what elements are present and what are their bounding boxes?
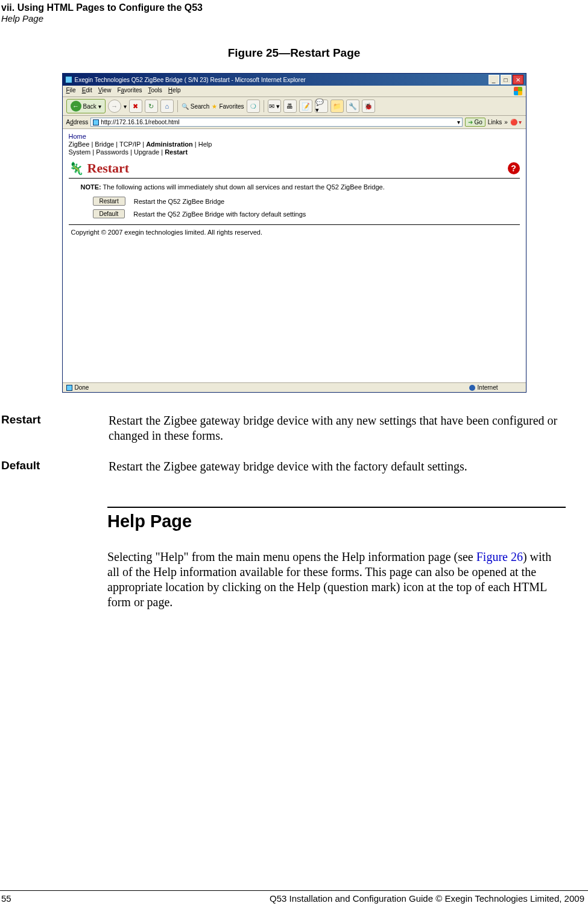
menu-help[interactable]: Help (168, 87, 181, 95)
status-page-icon (66, 385, 72, 391)
note-text: NOTE: The following actions will immedia… (81, 183, 520, 191)
page-number: 55 (1, 893, 11, 904)
go-button[interactable]: ➜Go (465, 118, 485, 127)
restart-desc: Restart the Q52 ZigBee Bridge (134, 198, 224, 205)
tool-button-1[interactable]: 🔧 (346, 100, 359, 113)
ie-window: Exegin Technologies Q52 ZigBee Bridge ( … (62, 73, 526, 393)
page-title: Restart (87, 160, 130, 176)
nav-tcpip[interactable]: TCP/IP (119, 141, 141, 148)
globe-icon (469, 385, 475, 391)
figure-caption: Figure 25—Restart Page (0, 46, 588, 60)
nav-admin[interactable]: Administration (146, 141, 193, 148)
tool-button-2[interactable]: 🐞 (362, 100, 375, 113)
section-title: Help Page (107, 511, 566, 531)
definition-list: Restart Restart the Zigbee gateway bridg… (1, 413, 587, 474)
close-button[interactable]: ✕ (513, 75, 523, 84)
menu-view[interactable]: View (98, 87, 112, 95)
gecko-logo-icon: 🦎 (69, 161, 84, 176)
nav-passwords[interactable]: Passwords (96, 148, 128, 156)
menu-file[interactable]: File (66, 87, 76, 95)
address-input[interactable]: http://172.16.16.1/reboot.html ▾ (90, 118, 463, 127)
page-copyright: Copyright © 2007 exegin technologies lim… (71, 229, 520, 236)
links-label[interactable]: Links (488, 119, 502, 125)
menu-favorites[interactable]: Favorites (117, 87, 142, 95)
nav-help[interactable]: Help (198, 141, 212, 148)
nav-row-2: System | Passwords | Upgrade | Restart (69, 148, 520, 156)
default-desc: Restart the Q52 ZigBee Bridge with facto… (133, 211, 306, 218)
page-icon (93, 119, 99, 125)
links-chevron-icon[interactable]: » (504, 119, 508, 125)
def-term-restart: Restart (1, 413, 109, 443)
nav-system[interactable]: System (69, 148, 91, 156)
help-page-section: Help Page Selecting "Help" from the main… (107, 507, 566, 610)
window-title: Exegin Technologies Q52 ZigBee Bridge ( … (75, 77, 306, 83)
content-separator (69, 224, 520, 225)
default-button[interactable]: Default (93, 209, 125, 218)
addon-icon[interactable]: 🔴 ▾ (510, 119, 522, 125)
figure-26-link[interactable]: Figure 26 (476, 550, 523, 563)
folder-button[interactable]: 📁 (330, 100, 344, 113)
forward-button[interactable]: → (108, 100, 121, 113)
address-label: Address (66, 119, 89, 125)
url-text: http://172.16.16.1/reboot.html (101, 119, 180, 125)
search-button[interactable]: 🔍Search (182, 103, 210, 110)
favorites-button[interactable]: ★Favorites (212, 103, 244, 110)
help-icon[interactable]: ? (508, 162, 520, 174)
status-bar: Done Internet (63, 382, 526, 392)
nav-home-link[interactable]: Home (69, 133, 520, 140)
menu-tools[interactable]: Tools (148, 87, 162, 95)
menu-edit[interactable]: Edit (82, 87, 92, 95)
menubar: File Edit View Favorites Tools Help (63, 86, 526, 97)
titlebar: Exegin Technologies Q52 ZigBee Bridge ( … (63, 74, 526, 86)
nav-zigbee[interactable]: ZigBee (69, 141, 90, 148)
nav-upgrade[interactable]: Upgrade (134, 148, 159, 156)
nav-restart[interactable]: Restart (165, 148, 188, 156)
toolbar: ←Back ▾ → ▾ ✖ ↻ ⌂ 🔍Search ★Favorites ❍ ✉… (63, 97, 526, 116)
footer-text: Q53 Installation and Configuration Guide… (270, 893, 584, 904)
nav-row-1: ZigBee | Bridge | TCP/IP | Administratio… (69, 141, 520, 148)
edit-button[interactable]: 📝 (299, 100, 312, 113)
stop-button[interactable]: ✖ (129, 100, 142, 113)
maximize-button[interactable]: □ (501, 75, 511, 84)
minimize-button[interactable]: _ (488, 75, 499, 84)
def-desc-default: Restart the Zigbee gateway bridge device… (109, 459, 587, 474)
running-header-chapter: vii. Using HTML Pages to Configure the Q… (0, 0, 588, 13)
nav-bridge[interactable]: Bridge (95, 141, 114, 148)
status-done: Done (75, 384, 89, 391)
print-button[interactable]: 🖶 (283, 100, 297, 113)
refresh-button[interactable]: ↻ (145, 100, 158, 113)
back-button[interactable]: ←Back ▾ (66, 99, 106, 113)
mail-button[interactable]: ✉ ▾ (268, 100, 281, 113)
def-desc-restart: Restart the Zigbee gateway bridge device… (109, 413, 587, 443)
section-rule (107, 507, 566, 508)
running-header-section: Help Page (0, 13, 588, 24)
discuss-button[interactable]: 💬 ▾ (315, 100, 328, 113)
windows-logo-icon (514, 87, 522, 95)
history-button[interactable]: ❍ (247, 100, 260, 113)
status-zone: Internet (478, 384, 498, 391)
def-term-default: Default (1, 459, 109, 474)
page-footer: 55 Q53 Installation and Configuration Gu… (0, 890, 588, 904)
home-button[interactable]: ⌂ (160, 100, 174, 113)
page-content: Home ZigBee | Bridge | TCP/IP | Administ… (63, 129, 526, 382)
section-body: Selecting "Help" from the main menu open… (107, 549, 566, 610)
address-bar: Address http://172.16.16.1/reboot.html ▾… (63, 116, 526, 129)
restart-button[interactable]: Restart (93, 197, 125, 206)
ie-icon (65, 76, 72, 83)
